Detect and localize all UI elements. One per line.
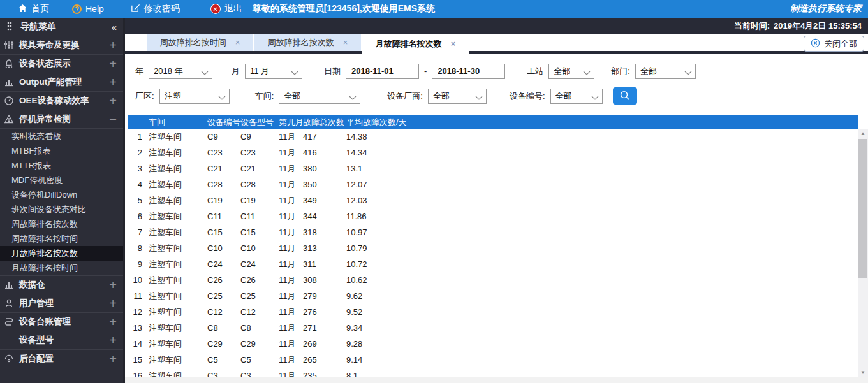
change-password-button[interactable]: 修改密码 <box>131 3 180 15</box>
sidebar-group-item[interactable]: 设备状态展示 + <box>0 55 123 73</box>
date-from-input[interactable]: 2018-11-01 <box>346 64 419 79</box>
search-button[interactable] <box>613 87 637 105</box>
sidebar-submenu-item[interactable]: 班次间设备状态对比 <box>0 202 123 217</box>
vendor-select[interactable]: 全部 <box>428 89 487 104</box>
logout-button[interactable]: ✕ 退出 <box>210 3 242 15</box>
workshop-select[interactable]: 全部 <box>279 89 360 104</box>
sidebar-submenu-item[interactable]: 周故障排名按时间 <box>0 231 123 246</box>
cell-avg-per-day: 8.1 <box>346 368 858 377</box>
table-row[interactable]: 2 注塑车间 C23 C23 11月 416 14.34 <box>128 145 858 161</box>
area-select[interactable]: 注塑 <box>159 89 230 104</box>
sidebar-submenu-item[interactable]: 周故障排名按次数 <box>0 217 123 231</box>
help-button[interactable]: ? Help <box>72 4 104 14</box>
sidebar-group-item[interactable]: 停机异常检测 − <box>0 110 123 129</box>
expand-toggle-icon[interactable]: + <box>109 335 117 345</box>
sidebar-submenu-item[interactable]: MTBF报表 <box>0 143 123 158</box>
sidebar-submenu-item[interactable]: MDF停机密度 <box>0 173 123 187</box>
table-row[interactable]: 14 注塑车间 C29 C29 11月 269 9.28 <box>128 336 858 352</box>
department-select[interactable]: 全部 <box>635 64 696 79</box>
tab-close-icon[interactable]: × <box>235 38 240 47</box>
year-select[interactable]: 2018 年 <box>149 64 212 79</box>
sidebar-group-item[interactable]: 后台配置 + <box>0 350 123 368</box>
month-select[interactable]: 11 月 <box>245 64 302 79</box>
cell-workshop: 注塑车间 <box>149 145 207 161</box>
table-row[interactable]: 5 注塑车间 C19 C19 11月 349 12.03 <box>128 192 858 208</box>
table-row[interactable]: 11 注塑车间 C25 C25 11月 279 9.62 <box>128 288 858 304</box>
cell-month: 11月 <box>279 145 303 161</box>
sidebar-submenu-item[interactable]: 月故障排名按时间 <box>0 261 123 275</box>
sidebar-submenu-label: MTTR报表 <box>11 160 51 171</box>
table-row[interactable]: 12 注塑车间 C12 C12 11月 276 9.52 <box>128 304 858 320</box>
expand-toggle-icon[interactable]: + <box>109 59 117 69</box>
tab-close-icon[interactable]: × <box>451 39 456 48</box>
table-row[interactable]: 10 注塑车间 C26 C26 11月 308 10.62 <box>128 272 858 288</box>
grip-dots-icon <box>6 21 13 33</box>
expand-toggle-icon[interactable]: + <box>109 96 117 106</box>
sidebar-group-item[interactable]: 设备台账管理 + <box>0 313 123 331</box>
table-row[interactable]: 6 注塑车间 C11 C11 11月 344 11.86 <box>128 208 858 224</box>
sidebar-group-item[interactable]: OEE设备稼动效率 + <box>0 92 123 110</box>
expand-toggle-icon[interactable]: + <box>109 317 117 327</box>
vertical-scrollbar[interactable]: ▲ ▼ <box>858 129 868 377</box>
sidebar-submenu-item[interactable]: MTTR报表 <box>0 158 123 173</box>
expand-toggle-icon[interactable]: + <box>109 40 117 50</box>
scroll-down-icon[interactable]: ▼ <box>858 368 868 377</box>
sidebar-group-label: OEE设备稼动效率 <box>19 95 89 106</box>
cell-fault-count: 235 <box>303 368 346 377</box>
scroll-up-icon[interactable]: ▲ <box>858 129 868 138</box>
table-row[interactable]: 9 注塑车间 C24 C24 11月 311 10.72 <box>128 256 858 272</box>
table-header-cell[interactable]: 故障总次数 <box>303 115 346 129</box>
table-header-cell[interactable]: 设备编号 <box>207 115 240 129</box>
station-select[interactable]: 全部 <box>548 64 594 79</box>
close-all-button[interactable]: 关闭全部 <box>804 36 864 52</box>
area-value: 注塑 <box>165 90 181 102</box>
expand-toggle-icon[interactable]: + <box>109 354 117 364</box>
table-row[interactable]: 7 注塑车间 C15 C15 11月 318 10.97 <box>128 224 858 240</box>
department-value: 全部 <box>640 66 657 77</box>
cell-fault-count: 417 <box>303 129 346 145</box>
sidebar-group-label: Output产能管理 <box>19 76 82 88</box>
expand-toggle-icon[interactable]: − <box>109 114 117 124</box>
table-row[interactable]: 13 注塑车间 C8 C8 11月 271 9.34 <box>128 320 858 336</box>
sidebar-group-item[interactable]: 数据仓 + <box>0 276 123 294</box>
table-header-cell[interactable] <box>128 115 149 129</box>
tab[interactable]: 周故障排名按次数 × <box>254 34 361 51</box>
expand-toggle-icon[interactable]: + <box>109 280 117 290</box>
sidebar-group-item[interactable]: Output产能管理 + <box>0 73 123 92</box>
expand-toggle-icon[interactable]: + <box>109 77 117 87</box>
welcome-message: 尊敬的系统管理员[123456],欢迎使用EMS系统 <box>253 3 435 15</box>
cell-device-model: C26 <box>240 272 279 288</box>
table-header-cell[interactable]: 设备型号 <box>240 115 279 129</box>
table-header-cell[interactable]: 第几月 <box>279 115 303 129</box>
sidebar-submenu-item[interactable]: 实时状态看板 <box>0 129 123 143</box>
cell-avg-per-day: 10.62 <box>346 272 858 288</box>
table-row[interactable]: 8 注塑车间 C10 C10 11月 313 10.79 <box>128 240 858 256</box>
device-number-select[interactable]: 全部 <box>550 89 603 104</box>
table-header-cell[interactable]: 车间 <box>149 115 207 129</box>
cell-month: 11月 <box>279 177 303 192</box>
table-row[interactable]: 15 注塑车间 C5 C5 11月 265 9.14 <box>128 352 858 368</box>
sidebar-collapse-icon[interactable]: « <box>112 22 117 33</box>
table-row[interactable]: 3 注塑车间 C21 C21 11月 380 13.1 <box>128 161 858 177</box>
sidebar-group-item[interactable]: 用户管理 + <box>0 294 123 313</box>
cell-fault-count: 276 <box>303 304 346 320</box>
sidebar-group-item[interactable]: 模具寿命及更换 + <box>0 36 123 55</box>
expand-toggle-icon[interactable]: + <box>109 298 117 308</box>
table-header-cell[interactable]: 平均故障次数/天 <box>346 115 858 129</box>
tab-close-icon[interactable]: × <box>343 38 348 47</box>
table-row[interactable]: 16 注塑车间 C3 C3 11月 235 8.1 <box>128 368 858 377</box>
table-row[interactable]: 1 注塑车间 C9 C9 11月 417 14.38 <box>128 129 858 145</box>
tab[interactable]: 周故障排名按时间 × <box>147 34 253 51</box>
scrollbar-thumb[interactable] <box>858 139 867 278</box>
sidebar-header: 导航菜单 « <box>0 18 123 36</box>
date-to-input[interactable]: 2018-11-30 <box>432 64 505 79</box>
sidebar-submenu-item[interactable]: 设备停机DillDown <box>0 187 123 202</box>
table-row[interactable]: 4 注塑车间 C28 C28 11月 350 12.07 <box>128 177 858 192</box>
cell-device-model: C29 <box>240 336 279 352</box>
home-button[interactable]: 首页 <box>18 3 49 15</box>
chevron-down-icon <box>475 93 483 103</box>
sidebar-submenu-item[interactable]: 月故障排名按次数 <box>0 246 123 261</box>
cell-rank: 2 <box>128 145 149 161</box>
tab[interactable]: 月故障排名按次数 × <box>362 34 469 54</box>
sidebar-group-item[interactable]: 设备型号 + <box>0 331 123 350</box>
